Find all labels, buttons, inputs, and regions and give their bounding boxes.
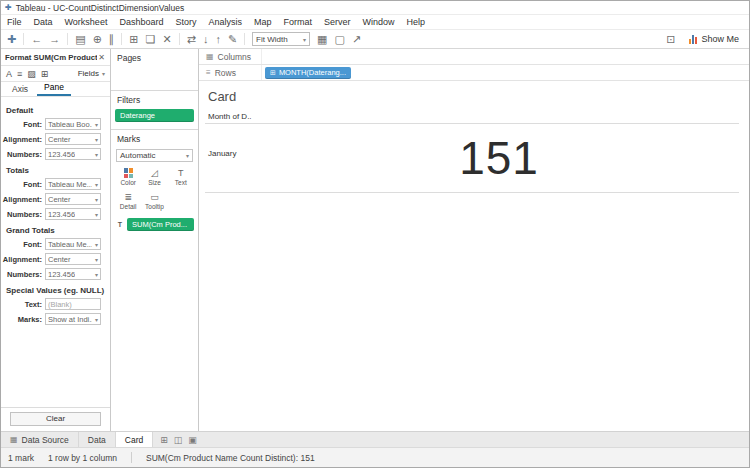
status-aggregation-summary: SUM(Cm Product Name Count Distinct): 151 [146, 453, 315, 463]
rows-shelf-droparea[interactable]: ⊞ MONTH(Daterang... [261, 65, 749, 80]
show-me-label: Show Me [701, 34, 739, 44]
totals-numbers-select[interactable]: 123.456 [45, 208, 101, 220]
menu-item-data[interactable]: Data [28, 17, 59, 27]
chevron-down-icon [92, 210, 98, 219]
row-label: Text: [1, 300, 45, 309]
text-button[interactable]: T Text [168, 168, 194, 186]
clear-sheet-icon[interactable]: ✕ [162, 34, 171, 45]
title-bar: ✚ Tableau - UC-CountDistinctDimensionVal… [1, 1, 749, 15]
columns-label-text: Columns [218, 52, 252, 62]
menu-item-format[interactable]: Format [277, 17, 318, 27]
mark-type-selector[interactable]: Automatic [116, 149, 193, 162]
text-mark-value[interactable]: 151 [259, 125, 739, 191]
menu-item-analysis[interactable]: Analysis [202, 17, 248, 27]
menu-item-worksheet[interactable]: Worksheet [59, 17, 114, 27]
fields-dropdown[interactable]: Fields [78, 69, 105, 78]
status-dimensions: 1 row by 1 column [48, 453, 117, 463]
undo-icon[interactable]: ← [31, 34, 42, 45]
section-title-grand-totals: Grand Totals [6, 226, 105, 235]
menu-item-window[interactable]: Window [357, 17, 401, 27]
redo-icon[interactable]: → [49, 34, 60, 45]
duplicate-icon[interactable]: ❏ [146, 34, 156, 45]
alignment-format-icon[interactable]: ≡ [17, 69, 22, 79]
pages-shelf[interactable] [111, 66, 198, 90]
grand-totals-alignment-select[interactable]: Center [45, 253, 101, 265]
shading-format-icon[interactable]: ▨ [27, 69, 36, 79]
format-tools-row: A ≡ ▨ ⊞ Fields [1, 66, 110, 82]
select-value: Center [48, 195, 71, 204]
clear-button[interactable]: Clear [10, 412, 101, 426]
tab-sheet-data[interactable]: Data [79, 432, 116, 447]
format-row: Font: Tableau Me... [1, 238, 106, 250]
filters-card: Filters Daterange [111, 91, 198, 130]
show-me-button[interactable]: Show Me [685, 33, 743, 45]
close-icon[interactable]: ✕ [97, 53, 106, 62]
chevron-down-icon [92, 120, 98, 129]
special-values-text-select[interactable]: (Blank) [45, 298, 101, 310]
toolbar-separator [67, 33, 68, 45]
format-row: Alignment: Center [1, 253, 106, 265]
tab-axis[interactable]: Axis [5, 83, 35, 96]
chevron-down-icon [92, 270, 98, 279]
sort-ascending-icon[interactable]: ↓ [203, 34, 209, 45]
tooltip-button[interactable]: ▭ Tooltip [141, 192, 167, 210]
show-hide-cards-icon[interactable]: ▦ [317, 34, 327, 45]
sheet-title[interactable]: Card [208, 89, 236, 104]
tab-label: Card [125, 435, 143, 445]
save-icon[interactable]: ▤ [75, 34, 85, 45]
row-label: Alignment: [1, 255, 45, 264]
new-worksheet-icon[interactable]: ⊞ [160, 435, 168, 445]
fit-selector[interactable]: Fit Width [252, 32, 310, 46]
sort-descending-icon[interactable]: ↑ [215, 34, 221, 45]
menu-item-help[interactable]: Help [401, 17, 432, 27]
tab-pane[interactable]: Pane [37, 81, 71, 96]
new-dashboard-icon[interactable]: ◫ [174, 435, 183, 445]
new-story-icon[interactable]: ▣ [188, 435, 197, 445]
default-font-select[interactable]: Tableau Boo... [45, 118, 101, 130]
new-worksheet-icon[interactable]: ⊞ [129, 34, 138, 45]
grand-totals-font-select[interactable]: Tableau Me... [45, 238, 101, 250]
presentation-mode-icon[interactable]: ▢ [335, 34, 345, 45]
borders-format-icon[interactable]: ⊞ [41, 69, 49, 79]
tooltip-icon[interactable]: ⊡ [666, 34, 675, 45]
size-button[interactable]: ◿ Size [141, 168, 167, 186]
status-bar: 1 mark 1 row by 1 column SUM(Cm Product … [1, 447, 749, 467]
swap-axes-icon[interactable]: ⇄ [187, 34, 196, 45]
menu-item-story[interactable]: Story [169, 17, 202, 27]
toolbar-separator [179, 33, 180, 45]
rows-pill-month-daterange[interactable]: ⊞ MONTH(Daterang... [265, 67, 351, 79]
menu-item-server[interactable]: Server [318, 17, 357, 27]
font-format-icon[interactable]: A [6, 69, 12, 79]
totals-alignment-select[interactable]: Center [45, 193, 101, 205]
grand-totals-numbers-select[interactable]: 123.456 [45, 268, 101, 280]
format-panel-title: Format SUM(Cm Product... [5, 53, 97, 62]
row-label: Font: [1, 180, 45, 189]
filters-shelf[interactable]: Daterange [111, 108, 198, 129]
detail-icon: ≣ [124, 192, 132, 202]
grid-line [205, 192, 739, 193]
tab-label: Data [88, 435, 106, 445]
columns-shelf-droparea[interactable] [261, 49, 749, 64]
share-icon[interactable]: ↗ [352, 34, 361, 45]
chevron-down-icon [99, 69, 105, 78]
detail-button[interactable]: ≣ Detail [115, 192, 141, 210]
row-header-field-label[interactable]: Month of D.. [208, 112, 252, 121]
marks-pill-sum[interactable]: SUM(Cm Prod... [127, 218, 194, 231]
filter-pill-daterange[interactable]: Daterange [115, 109, 194, 122]
row-header-january[interactable]: January [208, 149, 236, 158]
tab-sheet-card[interactable]: Card [116, 432, 153, 447]
tab-data-source[interactable]: ▦ Data Source [1, 432, 79, 447]
highlight-icon[interactable]: ✎ [228, 34, 237, 45]
default-numbers-select[interactable]: 123.456 [45, 148, 101, 160]
color-button[interactable]: Color [115, 168, 141, 186]
tableau-logo-icon[interactable]: ✚ [7, 34, 16, 45]
totals-font-select[interactable]: Tableau Me... [45, 178, 101, 190]
default-alignment-select[interactable]: Center [45, 133, 101, 145]
special-values-marks-select[interactable]: Show at Indi... [45, 313, 101, 325]
pause-updates-icon[interactable]: ∥ [109, 34, 115, 45]
menu-item-map[interactable]: Map [248, 17, 278, 27]
menu-item-file[interactable]: File [1, 17, 28, 27]
add-data-icon[interactable]: ⊕ [93, 34, 102, 45]
menu-item-dashboard[interactable]: Dashboard [113, 17, 169, 27]
chevron-down-icon [92, 180, 98, 189]
